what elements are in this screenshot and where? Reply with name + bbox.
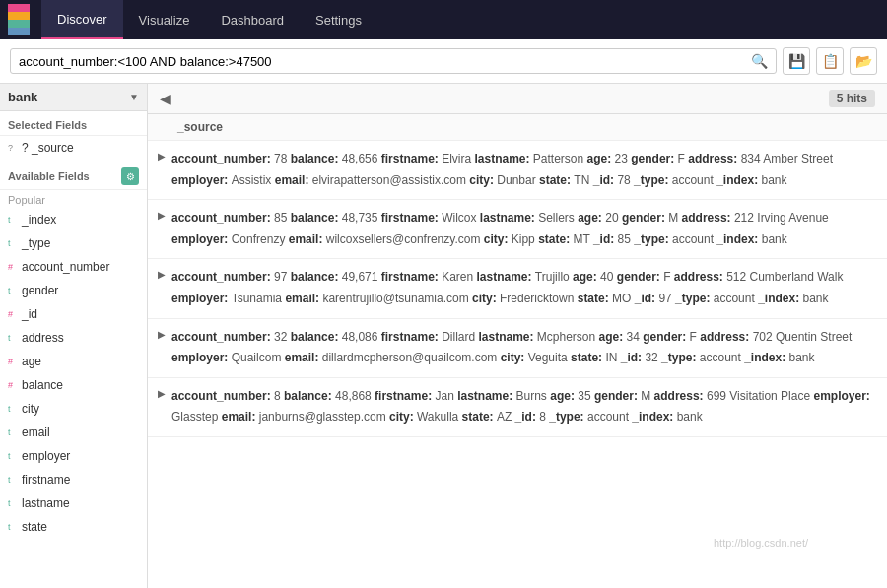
sidebar-field-employer[interactable]: temployer <box>0 444 147 468</box>
field-key: city: <box>472 292 500 305</box>
field-key: employer: <box>813 389 869 403</box>
nav-tab-discover[interactable]: Discover <box>41 0 123 39</box>
sidebar-field-_index[interactable]: t_index <box>0 208 147 231</box>
field-key: _id: <box>593 173 618 187</box>
field-key: _index: <box>716 232 761 246</box>
field-value: account <box>672 232 716 246</box>
field-key: balance: <box>284 389 335 403</box>
expand-arrow-icon[interactable]: ▶ <box>158 388 166 399</box>
field-value: bank <box>789 351 815 364</box>
field-key: account_number: <box>171 211 274 225</box>
field-key: address: <box>700 330 752 344</box>
field-key: state: <box>578 292 612 305</box>
field-type-badge: t <box>8 475 18 485</box>
field-value: 97 <box>658 292 675 305</box>
sidebar-field-age[interactable]: #age <box>0 350 147 373</box>
field-key: firstname: <box>381 330 442 344</box>
sidebar-field-balance[interactable]: #balance <box>0 373 147 397</box>
load-button[interactable]: 📋 <box>816 47 844 75</box>
sidebar-field-gender[interactable]: tgender <box>0 279 147 302</box>
field-value: TN <box>574 173 592 187</box>
field-type-badge: t <box>8 404 18 414</box>
field-name-label: city <box>22 402 39 416</box>
source-type-badge: ? <box>8 143 18 153</box>
sidebar-field-_id[interactable]: #_id <box>0 302 147 326</box>
collapse-sidebar-button[interactable]: ◀ <box>160 91 171 106</box>
field-key: gender: <box>631 152 677 165</box>
field-key: employer: <box>171 232 232 246</box>
field-key: state: <box>538 232 573 246</box>
field-value: wilcoxsellers@confrenzy.com <box>326 232 484 246</box>
field-type-badge: t <box>8 238 18 248</box>
sidebar-field-email[interactable]: temail <box>0 421 147 444</box>
field-key: employer: <box>171 173 232 187</box>
result-row: ▶account_number: 8 balance: 48,868 first… <box>148 378 887 437</box>
sidebar: bank ▼ Selected Fields ? ? _source Avail… <box>0 84 148 588</box>
field-key: email: <box>285 292 322 305</box>
sidebar-field-state[interactable]: tstate <box>0 515 147 539</box>
sidebar-fields-list: t_indext_type#account_numbertgender#_idt… <box>0 208 147 539</box>
field-key: state: <box>571 351 605 364</box>
field-key: email: <box>275 173 312 187</box>
field-key: lastname: <box>474 152 532 165</box>
field-value: Veguita <box>528 351 571 364</box>
field-value: 702 Quentin Street <box>753 330 853 344</box>
result-content: account_number: 85 balance: 48,735 first… <box>171 208 877 250</box>
dropdown-arrow-icon: ▼ <box>129 92 139 102</box>
source-field[interactable]: ? ? _source <box>0 136 147 160</box>
field-value: dillardmcpherson@quailcom.com <box>322 351 501 364</box>
index-selector[interactable]: bank ▼ <box>0 84 147 111</box>
field-value: 35 <box>578 389 594 403</box>
result-content: account_number: 8 balance: 48,868 firstn… <box>171 386 877 428</box>
nav-tab-dashboard[interactable]: Dashboard <box>205 0 300 39</box>
field-value: 48,735 <box>342 211 381 225</box>
available-fields-header: Available Fields ⚙ <box>0 160 147 190</box>
result-content: account_number: 78 balance: 48,656 first… <box>171 149 877 191</box>
field-value: M <box>668 211 681 225</box>
field-value: 97 <box>274 270 291 284</box>
save-button[interactable]: 💾 <box>783 47 810 75</box>
results-header: ◀ 5 hits <box>148 84 887 114</box>
selected-fields-title: Selected Fields <box>0 111 147 136</box>
field-value: Wilcox <box>442 211 480 225</box>
field-value: F <box>663 270 674 284</box>
nav-tab-visualize[interactable]: Visualize <box>123 0 206 39</box>
field-key: city: <box>484 232 512 246</box>
sidebar-field-firstname[interactable]: tfirstname <box>0 468 147 491</box>
field-value: MT <box>573 232 592 246</box>
search-input[interactable] <box>19 54 751 69</box>
field-value: Wakulla <box>417 410 462 424</box>
field-value: 8 <box>539 410 549 424</box>
result-row-inner: ▶account_number: 78 balance: 48,656 firs… <box>148 147 887 193</box>
field-value: 699 Visitation Place <box>707 389 814 403</box>
field-name-label: account_number <box>22 260 109 274</box>
expand-arrow-icon[interactable]: ▶ <box>158 151 166 162</box>
expand-arrow-icon[interactable]: ▶ <box>158 210 166 221</box>
sidebar-field-_type[interactable]: t_type <box>0 231 147 255</box>
expand-arrow-icon[interactable]: ▶ <box>158 329 166 340</box>
sidebar-field-city[interactable]: tcity <box>0 397 147 421</box>
field-name-label: _id <box>22 307 37 321</box>
field-key: gender: <box>622 211 668 225</box>
result-row: ▶account_number: 85 balance: 48,735 firs… <box>148 200 887 259</box>
field-key: _index: <box>632 410 676 424</box>
search-button[interactable]: 🔍 <box>751 53 768 69</box>
field-key: account_number: <box>171 389 274 403</box>
field-key: age: <box>550 389 578 403</box>
sidebar-field-account_number[interactable]: #account_number <box>0 255 147 279</box>
field-value: 48,086 <box>342 330 381 344</box>
sidebar-field-address[interactable]: taddress <box>0 326 147 350</box>
share-button[interactable]: 📂 <box>850 47 877 75</box>
field-value: Mcpherson <box>537 330 599 344</box>
field-key: address: <box>654 389 707 403</box>
field-name-label: balance <box>22 378 63 392</box>
field-value: elvirapatterson@assistix.com <box>312 173 470 187</box>
gear-button[interactable]: ⚙ <box>121 167 139 185</box>
sidebar-field-lastname[interactable]: tlastname <box>0 491 147 515</box>
field-value: bank <box>677 410 703 424</box>
field-type-badge: t <box>8 522 18 532</box>
expand-arrow-icon[interactable]: ▶ <box>158 269 166 280</box>
nav-tab-settings[interactable]: Settings <box>300 0 377 39</box>
field-value: Karen <box>442 270 476 284</box>
nav-tabs: DiscoverVisualizeDashboardSettings <box>41 0 377 39</box>
